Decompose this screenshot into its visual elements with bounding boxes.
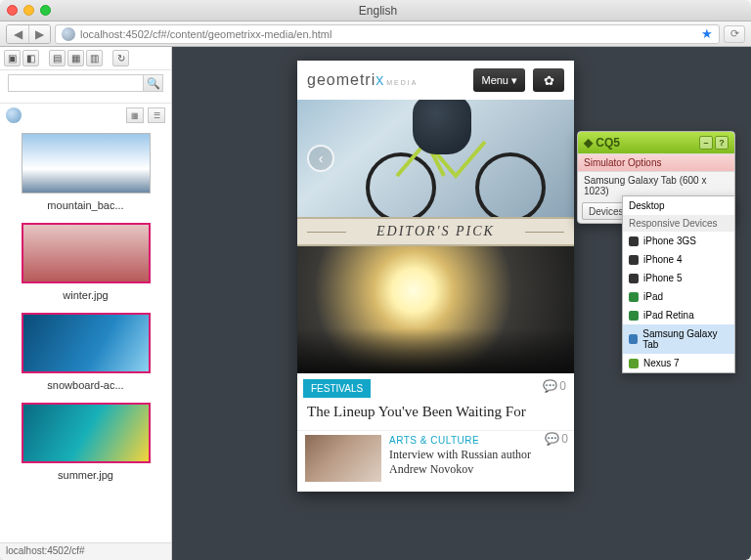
device-option[interactable]: iPhone 4 — [623, 250, 734, 269]
devices-dropdown-menu: Desktop Responsive Devices iPhone 3GSiPh… — [622, 195, 735, 373]
device-option-desktop[interactable]: Desktop — [623, 196, 734, 215]
device-option[interactable]: Nexus 7 — [623, 354, 734, 372]
sb-btn-3[interactable]: ▤ — [49, 50, 66, 66]
device-group-header: Responsive Devices — [623, 215, 734, 232]
app-window: English ◀ ▶ localhost:4502/cf#/content/g… — [0, 0, 751, 560]
thumbnail-item[interactable]: winter.jpg — [10, 223, 161, 301]
featured-image[interactable] — [297, 246, 574, 373]
thumbnail-caption: snowboard-ac... — [10, 379, 161, 391]
hero-carousel[interactable]: ‹ — [297, 100, 574, 217]
url-bar[interactable]: localhost:4502/cf#/content/geometrixx-me… — [55, 24, 720, 44]
story-row[interactable]: ARTS & CULTURE 💬0 Interview with Russian… — [297, 430, 574, 492]
url-text: localhost:4502/cf#/content/geometrixx-me… — [80, 28, 331, 40]
close-icon[interactable] — [7, 5, 18, 16]
minimize-icon[interactable] — [23, 5, 34, 16]
device-option[interactable]: Samsung Galaxy Tab — [623, 324, 734, 354]
device-icon — [629, 311, 639, 321]
sb-btn-1[interactable]: ▣ — [4, 50, 21, 66]
browser-toolbar: ◀ ▶ localhost:4502/cf#/content/geometrix… — [0, 22, 751, 47]
cq5-logo-icon: ◆ — [584, 136, 593, 150]
thumbnail-item[interactable]: summer.jpg — [10, 403, 161, 481]
sb-btn-2[interactable]: ◧ — [22, 50, 39, 66]
settings-button[interactable]: ✿ — [533, 68, 564, 92]
story-category: ARTS & CULTURE — [389, 435, 566, 446]
globe-icon[interactable] — [6, 108, 22, 123]
thumbnail-caption: mountain_bac... — [10, 199, 161, 211]
story-title: Interview with Russian author Andrew Nov… — [389, 448, 566, 477]
thumbnail-caption: winter.jpg — [10, 289, 161, 301]
titlebar: English — [0, 0, 751, 22]
device-icon — [629, 274, 639, 283]
status-bar: localhost:4502/cf# — [0, 542, 171, 560]
comments-count[interactable]: 💬0 — [543, 379, 566, 393]
sb-btn-6[interactable]: ↻ — [112, 50, 129, 66]
globe-icon — [62, 27, 75, 41]
cq5-section-header: Simulator Options — [578, 153, 734, 172]
device-option[interactable]: iPad — [623, 287, 734, 306]
comment-icon: 💬 — [543, 379, 557, 393]
cq5-minimize-button[interactable]: – — [699, 136, 713, 150]
cq5-help-button[interactable]: ? — [715, 136, 729, 150]
category-tag[interactable]: FESTIVALS — [303, 379, 371, 398]
sidebar-toolbar: ▣ ◧ ▤ ▦ ▥ ↻ — [0, 47, 171, 70]
device-icon — [629, 237, 639, 246]
list-view-button[interactable]: ☰ — [148, 108, 165, 123]
gear-icon: ✿ — [544, 73, 554, 88]
device-icon — [629, 334, 638, 344]
device-option[interactable]: iPhone 5 — [623, 269, 734, 287]
site-logo[interactable]: geometrixMEDIA — [307, 71, 418, 89]
carousel-prev-button[interactable]: ‹ — [307, 145, 334, 172]
forward-button[interactable]: ▶ — [28, 25, 50, 43]
device-icon — [629, 255, 639, 265]
thumbnail-item[interactable]: mountain_bac... — [10, 133, 161, 211]
editors-pick-ribbon: EDITOR'S PICK — [297, 217, 574, 246]
content-area: geometrixMEDIA Menu▾ ✿ ‹ EDITOR'S PICK F… — [172, 47, 751, 560]
sb-btn-4[interactable]: ▦ — [67, 50, 84, 66]
sidebar-search-input[interactable] — [8, 74, 144, 92]
simulator-viewport: geometrixMEDIA Menu▾ ✿ ‹ EDITOR'S PICK F… — [297, 61, 574, 492]
menu-button[interactable]: Menu▾ — [473, 68, 525, 92]
site-header: geometrixMEDIA Menu▾ ✿ — [297, 61, 574, 100]
grid-view-button[interactable]: ▦ — [126, 108, 144, 123]
reload-button[interactable]: ⟳ — [724, 25, 745, 43]
device-option[interactable]: iPhone 3GS — [623, 232, 734, 250]
story-thumbnail — [305, 435, 381, 482]
content-finder-sidebar: ▣ ◧ ▤ ▦ ▥ ↻ 🔍 ▦ ☰ mountain_bac...winter.… — [0, 47, 172, 560]
comment-icon: 💬 — [545, 432, 559, 446]
article-headline[interactable]: The Lineup You've Been Waiting For — [297, 398, 574, 430]
thumbnail-caption: summer.jpg — [10, 469, 161, 481]
bookmark-icon[interactable]: ★ — [701, 26, 713, 41]
device-option[interactable]: iPad Retina — [623, 306, 734, 324]
cq5-title: CQ5 — [596, 136, 620, 150]
sb-btn-5[interactable]: ▥ — [86, 50, 103, 66]
sidebar-search-button[interactable]: 🔍 — [144, 74, 163, 92]
thumbnail-list[interactable]: mountain_bac...winter.jpgsnowboard-ac...… — [0, 127, 171, 542]
device-icon — [629, 292, 639, 302]
zoom-icon[interactable] — [40, 5, 51, 16]
chevron-down-icon: ▾ — [511, 74, 517, 87]
back-button[interactable]: ◀ — [7, 25, 28, 43]
device-icon — [629, 359, 639, 368]
comments-count[interactable]: 💬0 — [545, 432, 568, 446]
window-title: English — [51, 4, 705, 18]
thumbnail-item[interactable]: snowboard-ac... — [10, 313, 161, 391]
